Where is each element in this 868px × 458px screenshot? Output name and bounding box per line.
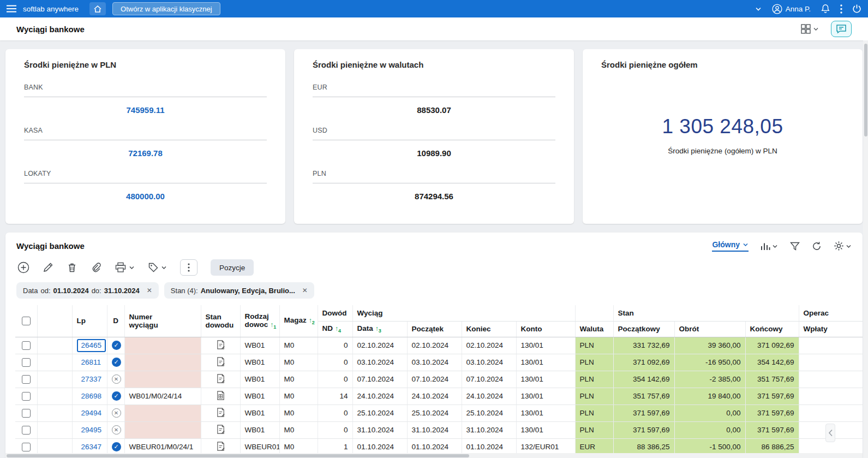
- col-header-rodzaj[interactable]: Rodzaj dowoc↑1: [240, 305, 279, 337]
- comments-button[interactable]: [831, 21, 852, 37]
- filter-chip-date[interactable]: Data od: 01.10.2024 do: 31.10.2024 ✕: [16, 282, 159, 299]
- table-row[interactable]: 29494✕WB01M0025.10.202425.10.202425.10.2…: [15, 405, 863, 421]
- collapse-panel-button[interactable]: [825, 424, 835, 442]
- row-checkbox[interactable]: [22, 392, 31, 401]
- table-row[interactable]: 27337✕WB01M0007.10.202407.10.202407.10.2…: [15, 371, 863, 388]
- col-header-poczatek[interactable]: Początek: [407, 321, 462, 337]
- row-poczatek-cell: 07.10.2024: [407, 371, 462, 388]
- horizontal-scrollbar[interactable]: [5, 453, 863, 458]
- user-menu[interactable]: Anna P.: [772, 4, 811, 14]
- card-title: Środki pieniężne ogółem: [601, 60, 844, 69]
- row-select-cell: [15, 354, 37, 371]
- col-header-obrot[interactable]: Obrót: [674, 321, 745, 337]
- vertical-scrollbar[interactable]: [863, 40, 868, 458]
- filter-button[interactable]: [790, 242, 800, 251]
- col-header-magaz[interactable]: Magaz↑2: [279, 305, 318, 337]
- row-select-cell: [15, 337, 37, 354]
- kebab-icon: [188, 263, 190, 272]
- col-header-konto[interactable]: Konto: [516, 321, 575, 337]
- field-label: KASA: [24, 127, 267, 134]
- refresh-button[interactable]: [812, 241, 822, 251]
- print-button[interactable]: [115, 262, 135, 273]
- lp-link[interactable]: 29495: [77, 424, 106, 437]
- row-checkbox[interactable]: [22, 375, 31, 384]
- chevron-down-icon[interactable]: [755, 5, 762, 12]
- field-label: PLN: [313, 170, 555, 177]
- col-header-lp[interactable]: Lp: [72, 305, 107, 337]
- row-checkbox[interactable]: [22, 409, 31, 418]
- row-waluta-cell: PLN: [575, 371, 613, 388]
- lp-link[interactable]: 28698: [77, 390, 106, 403]
- edit-button[interactable]: [43, 262, 53, 273]
- select-all-header: [15, 305, 37, 337]
- row-lp-cell: 29495: [72, 421, 107, 438]
- col-label: wyciągu: [129, 321, 196, 329]
- app-window: softlab anywhere Otwórz w aplikacji klas…: [0, 0, 868, 458]
- table-row[interactable]: 26465✓WB01M0002.10.202402.10.202402.10.2…: [15, 337, 863, 354]
- notifications-bell-icon[interactable]: [821, 4, 830, 14]
- open-classic-button[interactable]: Otwórz w aplikacji klasycznej: [112, 2, 220, 15]
- scrollbar-thumb[interactable]: [7, 454, 469, 457]
- row-checkbox[interactable]: [22, 341, 31, 350]
- col-header-waluta[interactable]: Waluta: [575, 321, 613, 337]
- funnel-icon: [790, 242, 800, 251]
- table-row[interactable]: 28698✓WB01/M0/24/14WB01M01424.10.202424.…: [15, 388, 863, 405]
- filter-chip-stan[interactable]: Stan (4): Anulowany, Edycja, Brulio... ✕: [164, 282, 314, 299]
- menu-icon[interactable]: [7, 5, 16, 13]
- row-konto-cell: 130/01: [516, 371, 575, 388]
- chart-view-button[interactable]: [761, 242, 778, 251]
- chip-close-icon[interactable]: ✕: [302, 287, 308, 294]
- summary-cards: Środki pieniężne w PLN BANK 745959.11 KA…: [5, 49, 863, 224]
- layout-switcher-button[interactable]: [801, 24, 819, 34]
- lp-link[interactable]: 29494: [77, 407, 106, 420]
- table-row[interactable]: 26811✓WB01M0003.10.202403.10.202403.10.2…: [15, 354, 863, 371]
- col-header-d[interactable]: D: [107, 305, 124, 337]
- row-waluta-cell: PLN: [575, 405, 613, 421]
- row-checkbox[interactable]: [22, 358, 31, 367]
- row-checkbox[interactable]: [22, 443, 31, 451]
- col-header-stan-dowodu[interactable]: Stan dowodu: [201, 305, 240, 337]
- row-data-cell: 25.10.2024: [352, 405, 407, 421]
- field-label: USD: [313, 127, 555, 134]
- filter-chips: Data od: 01.10.2024 do: 31.10.2024 ✕ Sta…: [5, 281, 863, 305]
- settings-button[interactable]: [834, 241, 852, 251]
- select-all-checkbox[interactable]: [22, 317, 31, 325]
- delete-button[interactable]: [67, 262, 77, 273]
- col-header-numer[interactable]: Numer wyciągu: [124, 305, 201, 337]
- pozycje-button[interactable]: Pozycje: [211, 259, 254, 276]
- col-header-wplaty[interactable]: Wpłaty: [799, 321, 863, 337]
- row-nd-cell: 14: [318, 388, 352, 405]
- attach-button[interactable]: [91, 262, 101, 273]
- more-actions-button[interactable]: [180, 259, 197, 276]
- table-row[interactable]: 29495✕WB01M0031.10.202431.10.202431.10.2…: [15, 421, 863, 438]
- lp-link[interactable]: 27337: [77, 373, 106, 386]
- lp-link[interactable]: 26811: [77, 356, 106, 369]
- tags-button[interactable]: [148, 262, 167, 273]
- sort-asc-icon: ↑3: [375, 325, 381, 332]
- row-koncowy-cell: 371 597,69: [745, 388, 799, 405]
- row-checkbox[interactable]: [22, 426, 31, 435]
- row-rodzaj-cell: WB01: [240, 421, 279, 438]
- col-header-koniec[interactable]: Koniec: [462, 321, 516, 337]
- row-status-cell: ✕: [107, 405, 124, 421]
- row-poczatkowy-cell: 371 092,69: [613, 354, 674, 371]
- home-button[interactable]: [89, 2, 106, 15]
- document-edit-icon: [215, 424, 226, 435]
- col-header-nd[interactable]: ND↑4: [318, 321, 352, 337]
- view-selector[interactable]: Główny: [712, 240, 749, 252]
- power-icon[interactable]: [852, 4, 861, 14]
- document-edit-icon: [215, 407, 226, 418]
- col-header-koncowy[interactable]: Końcowy: [745, 321, 799, 337]
- col-header-data[interactable]: Data↑3: [352, 321, 407, 337]
- field-divider: [313, 140, 555, 140]
- col-header-poczatkowy[interactable]: Początkowy: [613, 321, 674, 337]
- lp-link[interactable]: 26465: [77, 339, 106, 352]
- more-options-icon[interactable]: [840, 4, 842, 14]
- row-magaz-cell: M0: [279, 337, 318, 354]
- field-divider: [313, 183, 555, 183]
- scrollbar-thumb[interactable]: [864, 44, 867, 136]
- field-value: 874294.56: [313, 192, 555, 201]
- add-button[interactable]: [17, 261, 29, 273]
- lp-link[interactable]: 26347: [77, 441, 106, 454]
- chip-close-icon[interactable]: ✕: [147, 287, 152, 294]
